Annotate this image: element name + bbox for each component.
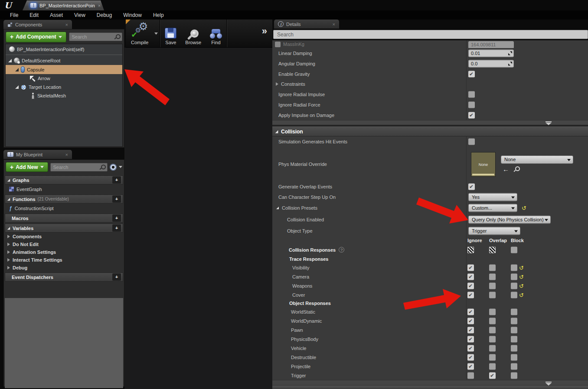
tree-item-capsule[interactable]: Capsule xyxy=(6,65,122,74)
menu-debug[interactable]: Debug xyxy=(91,12,118,18)
linear-damping-field[interactable]: 0.01 xyxy=(468,50,514,57)
section-expander-strip[interactable] xyxy=(272,380,588,386)
checkbox-worlddynamic-ignore[interactable] xyxy=(467,318,474,324)
checkbox-worlddynamic-block[interactable] xyxy=(511,318,517,324)
checkbox-pawn-overlap[interactable] xyxy=(489,327,496,333)
section-graphs[interactable]: Graphs xyxy=(5,175,123,185)
close-details-tab-icon[interactable] xyxy=(333,22,335,27)
menu-view[interactable]: View xyxy=(69,12,91,18)
expander-expanded-icon[interactable] xyxy=(15,68,19,71)
step-up-dropdown[interactable]: Yes xyxy=(468,193,517,201)
expander-expanded-icon[interactable] xyxy=(7,178,10,181)
checkbox-responses-block[interactable] xyxy=(511,246,517,253)
expander-collapsed-icon[interactable] xyxy=(7,258,10,262)
checkbox-apply-impulse-on-damage[interactable] xyxy=(468,112,475,118)
tree-item-arrow[interactable]: Arrow xyxy=(6,74,122,83)
reset-to-default-icon[interactable] xyxy=(519,283,524,289)
angular-damping-field[interactable]: 0.0 xyxy=(468,60,514,68)
section-functions[interactable]: Functions (21 Overridable) xyxy=(5,194,123,204)
expander-expanded-icon[interactable] xyxy=(8,59,12,62)
toolbar-overflow-chevron-icon[interactable] xyxy=(262,26,266,37)
add-event-dispatcher-button[interactable] xyxy=(112,273,121,281)
row-constraints[interactable]: Constraints xyxy=(272,79,588,89)
checkbox-pawn-ignore[interactable] xyxy=(467,327,474,333)
checkbox-vehicle-ignore[interactable] xyxy=(467,345,474,351)
checkbox-trigger-overlap[interactable] xyxy=(489,372,496,379)
collision-presets-dropdown[interactable]: Custom... xyxy=(468,204,517,212)
checkbox-destructible-ignore[interactable] xyxy=(467,354,474,360)
visibility-filter-eye-icon[interactable] xyxy=(110,164,117,171)
checkbox-worlddynamic-overlap[interactable] xyxy=(489,318,496,324)
list-item-constructionscript[interactable]: ƒ ConstructionScript xyxy=(5,204,123,213)
checkbox-camera-overlap[interactable] xyxy=(489,273,496,280)
checkbox-projectile-ignore[interactable] xyxy=(467,363,474,370)
components-search-input[interactable] xyxy=(69,32,122,41)
variable-group-components[interactable]: Components xyxy=(5,233,123,240)
browse-button[interactable]: Browse xyxy=(181,19,206,47)
checkbox-projectile-overlap[interactable] xyxy=(489,363,496,370)
tab-details[interactable]: Details xyxy=(274,19,339,29)
menu-window[interactable]: Window xyxy=(118,12,147,18)
use-selected-asset-arrow-icon[interactable] xyxy=(503,166,509,172)
checkbox-cover-overlap[interactable] xyxy=(489,292,496,298)
menu-edit[interactable]: Edit xyxy=(24,12,44,18)
section-expander-strip[interactable] xyxy=(272,120,588,125)
checkbox-camera-block[interactable] xyxy=(511,273,517,280)
expand-more-chevron-icon[interactable] xyxy=(546,382,552,386)
expander-expanded-icon[interactable] xyxy=(7,227,10,229)
expander-collapsed-icon[interactable] xyxy=(7,266,10,269)
tab-my-blueprint[interactable]: My Blueprint xyxy=(3,150,72,159)
checkbox-vehicle-block[interactable] xyxy=(511,345,517,351)
checkbox-camera-ignore[interactable] xyxy=(467,273,474,280)
reset-to-default-icon[interactable] xyxy=(519,292,524,298)
checkbox-physicsbody-overlap[interactable] xyxy=(489,336,496,342)
collision-enabled-dropdown[interactable]: Query Only (No Physics Collision) xyxy=(468,215,551,224)
help-icon[interactable] xyxy=(339,247,344,253)
my-blueprint-search-input[interactable] xyxy=(50,163,108,172)
variable-group-interact-time-settings[interactable]: Interact Time Settings xyxy=(5,256,123,264)
compile-button[interactable]: ⚙⚙✔ Compile xyxy=(127,19,153,47)
variable-group-animation-settings[interactable]: Animation Settings xyxy=(5,248,123,256)
checkbox-worldstatic-overlap[interactable] xyxy=(489,308,496,315)
menu-file[interactable]: File xyxy=(4,12,24,18)
checkbox-destructible-block[interactable] xyxy=(511,354,517,360)
checkbox-cover-block[interactable] xyxy=(511,292,517,298)
variable-group-debug[interactable]: Debug xyxy=(5,264,123,272)
category-collision[interactable]: Collision xyxy=(272,126,588,136)
checkbox-ignore-radial-force[interactable] xyxy=(468,102,475,108)
close-tab-icon[interactable] xyxy=(98,3,101,8)
checkbox-weapons-ignore[interactable] xyxy=(467,282,474,289)
phys-material-thumbnail[interactable]: None xyxy=(471,152,496,177)
chevron-down-icon[interactable] xyxy=(119,166,122,168)
checkbox-sim-hit-events[interactable] xyxy=(468,139,475,145)
expander-expanded-icon[interactable] xyxy=(15,85,19,89)
checkbox-ignore-radial-impulse[interactable] xyxy=(468,91,475,98)
reset-to-default-icon[interactable] xyxy=(519,274,524,279)
tree-item-defaultsceneroot[interactable]: DefaultSceneRoot xyxy=(6,56,122,65)
close-components-tab-icon[interactable] xyxy=(65,22,68,27)
menu-asset[interactable]: Asset xyxy=(44,12,69,18)
tab-components[interactable]: Components xyxy=(3,20,72,29)
expander-collapsed-icon[interactable] xyxy=(7,243,10,246)
compile-options-chevron-icon[interactable] xyxy=(154,32,158,35)
add-graph-button[interactable] xyxy=(112,176,121,184)
section-variables[interactable]: Variables xyxy=(5,224,123,233)
menu-help[interactable]: Help xyxy=(147,12,170,18)
expander-collapsed-icon[interactable] xyxy=(7,250,10,254)
save-button[interactable]: Save xyxy=(160,19,181,47)
checkbox-worldstatic-block[interactable] xyxy=(511,308,517,315)
checkbox-projectile-block[interactable] xyxy=(511,363,517,370)
browse-asset-magnifier-icon[interactable] xyxy=(514,166,519,172)
checkbox-weapons-overlap[interactable] xyxy=(489,282,496,289)
checkbox-visibility-block[interactable] xyxy=(511,264,517,271)
section-macros[interactable]: Macros xyxy=(5,214,123,223)
checkbox-responses-ignore[interactable] xyxy=(467,246,474,253)
drag-spin-icon[interactable] xyxy=(508,52,512,55)
checkbox-massinkg-override[interactable] xyxy=(275,42,281,47)
object-type-dropdown[interactable]: Trigger xyxy=(468,227,520,235)
checkbox-pawn-block[interactable] xyxy=(511,327,517,333)
checkbox-responses-overlap[interactable] xyxy=(489,246,496,253)
expander-expanded-icon[interactable] xyxy=(7,198,10,200)
expand-more-chevron-icon[interactable] xyxy=(546,121,552,125)
tree-item-self[interactable]: BP_MasterInteractionPoint(self) xyxy=(6,44,122,54)
